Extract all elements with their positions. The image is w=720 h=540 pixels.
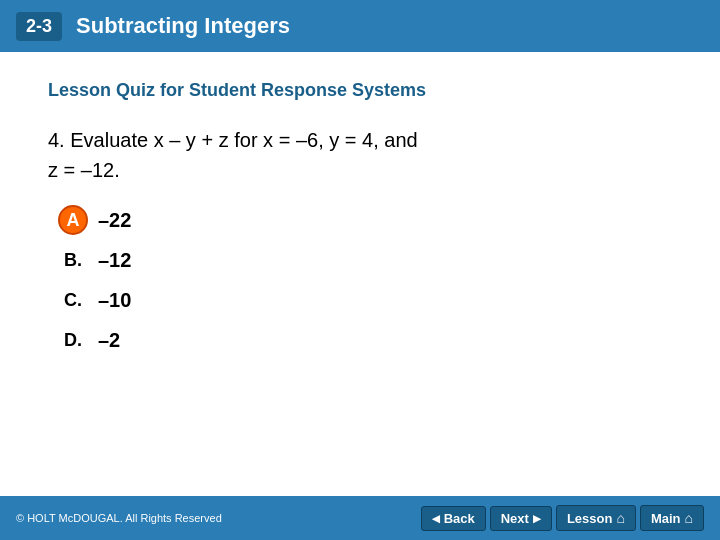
header: 2-3 Subtracting Integers xyxy=(0,0,720,52)
lesson-home-icon: ⌂ xyxy=(616,510,624,526)
answer-b-value: –12 xyxy=(98,249,131,272)
lesson-quiz-subtitle: Lesson Quiz for Student Response Systems xyxy=(48,80,672,101)
answers-list: A –22 B. –12 C. –10 D. –2 xyxy=(48,205,672,355)
footer-nav-buttons: ◀ Back Next ▶ Lesson ⌂ Main ⌂ xyxy=(421,505,704,531)
question-line2: z = –12. xyxy=(48,159,120,181)
footer: © HOLT McDOUGAL. All Rights Reserved ◀ B… xyxy=(0,496,720,540)
answer-d-value: –2 xyxy=(98,329,120,352)
answer-c[interactable]: C. –10 xyxy=(58,285,672,315)
answer-a[interactable]: A –22 xyxy=(58,205,672,235)
copyright-text: © HOLT McDOUGAL. All Rights Reserved xyxy=(16,512,222,524)
answer-b-letter: B. xyxy=(58,245,88,275)
answer-c-value: –10 xyxy=(98,289,131,312)
answer-a-value: –22 xyxy=(98,209,131,232)
back-button[interactable]: ◀ Back xyxy=(421,506,486,531)
answer-d[interactable]: D. –2 xyxy=(58,325,672,355)
lesson-button[interactable]: Lesson ⌂ xyxy=(556,505,636,531)
question-text: 4. Evaluate x – y + z for x = –6, y = 4,… xyxy=(48,125,672,185)
back-arrow-icon: ◀ xyxy=(432,513,440,524)
answer-d-letter: D. xyxy=(58,325,88,355)
answer-a-letter: A xyxy=(58,205,88,235)
next-arrow-icon: ▶ xyxy=(533,513,541,524)
answer-c-letter: C. xyxy=(58,285,88,315)
answer-b[interactable]: B. –12 xyxy=(58,245,672,275)
section-badge: 2-3 xyxy=(16,12,62,41)
next-button[interactable]: Next ▶ xyxy=(490,506,552,531)
main-home-icon: ⌂ xyxy=(685,510,693,526)
main-button[interactable]: Main ⌂ xyxy=(640,505,704,531)
content-area: Lesson Quiz for Student Response Systems… xyxy=(0,52,720,375)
page-title: Subtracting Integers xyxy=(76,13,290,39)
question-line1: 4. Evaluate x – y + z for x = –6, y = 4,… xyxy=(48,129,418,151)
